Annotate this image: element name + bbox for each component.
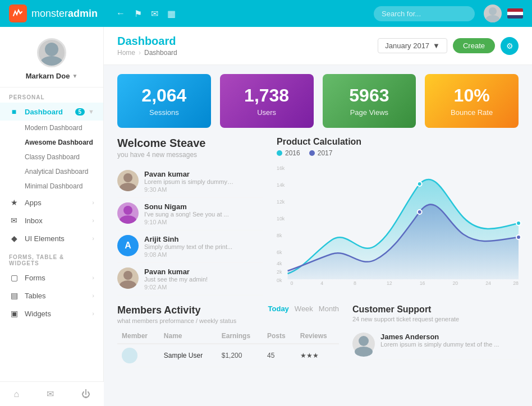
logo-icon [9, 4, 27, 22]
back-icon[interactable]: ← [116, 8, 125, 19]
svg-text:16k: 16k [277, 165, 285, 171]
filter-week[interactable]: Week [295, 304, 313, 313]
support-title: Customer Support [352, 304, 519, 315]
sidebar-user-section: Markarn Doe ▼ [0, 27, 103, 87]
dashboard-badge: 5 [75, 108, 85, 116]
svg-point-4 [123, 173, 132, 182]
svg-text:0: 0 [290, 280, 293, 286]
message-item[interactable]: Sonu Nigam I've sung a song! See you at … [117, 198, 263, 230]
svg-text:8: 8 [354, 280, 356, 286]
filter-month[interactable]: Month [319, 304, 339, 313]
legend-2016: 2016 [277, 149, 300, 157]
customer-support-panel: Customer Support 24 new support ticket r… [339, 304, 519, 367]
chart-point [418, 182, 422, 186]
user-avatar-top[interactable] [484, 4, 502, 22]
msg-text-2: I've sung a song! See you at ... [144, 211, 234, 218]
members-title: Members Activity [117, 304, 236, 316]
search-input[interactable] [374, 6, 475, 21]
svg-text:10k: 10k [277, 216, 285, 222]
ui-icon: ◆ [9, 234, 19, 243]
language-flag[interactable] [507, 8, 523, 19]
svg-point-9 [120, 280, 136, 289]
sidebar-item-awesome-dashboard[interactable]: Awesome Dashboard [0, 135, 103, 150]
main-layout: Markarn Doe ▼ PERSONAL ■ Dashboard 5 ▼ M… [0, 27, 532, 406]
sidebar-item-apps[interactable]: ★ Apps › [0, 193, 103, 211]
sidebar-item-minimal-dashboard[interactable]: Minimal Dashboard [0, 179, 103, 193]
sidebar-item-dashboard[interactable]: ■ Dashboard 5 ▼ [0, 103, 103, 121]
chevron-right-icon: › [92, 199, 94, 206]
msg-time-2: 9:10 AM [144, 219, 263, 225]
settings-button[interactable]: ⚙ [501, 37, 519, 55]
members-table: Member Name Earnings Posts Reviews Sampl… [117, 329, 339, 367]
top-navigation: monsteradmin ← ⚑ ✉ ▦ [0, 0, 532, 27]
support-content: James Anderson Lorem ipsum is simply dum… [380, 333, 519, 348]
msg-content-4: Pavan kumar Just see the my admin! 9:02 … [144, 267, 263, 290]
date-picker[interactable]: January 2017 ▼ [378, 38, 447, 53]
chevron-right-icon4: › [92, 274, 94, 281]
sidebar-item-widgets[interactable]: ▣ Widgets › [0, 304, 103, 322]
svg-point-3 [40, 56, 63, 67]
sidebar-item-analytical-dashboard[interactable]: Analytical Dashboard [0, 164, 103, 179]
flag-icon[interactable]: ⚑ [134, 8, 142, 19]
avatar [37, 38, 66, 67]
users-number: 1,738 [229, 85, 305, 106]
col-posts: Posts [263, 329, 296, 344]
logo-text: monsteradmin [31, 8, 98, 20]
sidebar-bottom-nav: ⌂ ✉ ⏻ [0, 381, 104, 406]
col-name: Name [159, 329, 217, 344]
user-name[interactable]: Markarn Doe ▼ [26, 72, 78, 80]
sidebar-nav-mail-icon[interactable]: ✉ [47, 389, 54, 399]
msg-time-1: 9:30 AM [144, 186, 263, 193]
msg-avatar-1 [117, 170, 139, 191]
msg-time-4: 9:02 AM [144, 284, 263, 290]
svg-text:0k: 0k [277, 278, 282, 283]
filter-today[interactable]: Today [268, 304, 289, 313]
svg-point-28 [355, 347, 373, 357]
table-row: Sample User $1,200 45 ★★★ [117, 344, 339, 367]
svg-text:2k: 2k [277, 269, 282, 275]
bottom-section: Members Activity what members preformanc… [104, 304, 532, 376]
sidebar-item-modern-dashboard[interactable]: Modern Dashboard [0, 121, 103, 135]
chart-point [418, 210, 422, 214]
message-item[interactable]: A Arijit Sinh Simply dummy text of the p… [117, 230, 263, 263]
svg-text:6k: 6k [277, 250, 282, 255]
support-item[interactable]: James Anderson Lorem ipsum is simply dum… [352, 328, 519, 360]
caret-icon: ▼ [72, 73, 77, 79]
svg-text:4: 4 [320, 280, 323, 286]
msg-content-3: Arijit Sinh Simply dummy text of the pri… [144, 235, 263, 258]
grid-icon[interactable]: ▦ [167, 8, 176, 19]
mail-icon[interactable]: ✉ [151, 8, 158, 19]
support-text: Lorem ipsum is simply dummy text of the … [380, 341, 519, 348]
stat-card-users: 1,738 Users [220, 74, 314, 128]
sidebar-section-personal: PERSONAL [0, 87, 103, 103]
chevron-right-icon2: › [92, 217, 94, 224]
breadcrumb-current: Dashboard [144, 49, 177, 57]
members-activity-panel: Members Activity what members preformanc… [117, 304, 339, 367]
legend-2017: 2017 [309, 149, 333, 157]
sidebar-item-ui-elements[interactable]: ◆ UI Elements › [0, 229, 103, 247]
sidebar-item-forms[interactable]: ▢ Forms › [0, 269, 103, 287]
sidebar-nav-home-icon[interactable]: ⌂ [13, 389, 19, 399]
sessions-label: Sessions [126, 108, 202, 117]
svg-text:28: 28 [513, 280, 519, 286]
sidebar-nav-power-icon[interactable]: ⏻ [81, 389, 90, 399]
chart-point [516, 235, 521, 239]
chart-container: 16k 14k 12k 10k 8k 6k 4k 2k 0k 0 4 8 12 [277, 162, 519, 285]
message-item[interactable]: Pavan kumar Just see the my admin! 9:02 … [117, 263, 263, 296]
msg-name-2: Sonu Nigam [144, 202, 263, 211]
svg-text:24: 24 [485, 280, 491, 286]
msg-name-4: Pavan kumar [144, 267, 263, 276]
msg-name-1: Pavan kumar [144, 170, 263, 178]
sidebar-item-tables[interactable]: ▤ Tables › [0, 287, 103, 304]
sidebar-item-classy-dashboard[interactable]: Classy Dashboard [0, 150, 103, 164]
col-reviews: Reviews [296, 329, 339, 344]
chart-title: Product Calculation [277, 137, 519, 147]
breadcrumb-home[interactable]: Home [117, 49, 135, 57]
breadcrumb-separator: › [139, 49, 141, 57]
create-button[interactable]: Create [453, 38, 495, 53]
sidebar-item-inbox[interactable]: ✉ Inbox › [0, 211, 103, 229]
page-title: Dashboard [117, 35, 177, 48]
apps-icon: ★ [9, 198, 19, 207]
message-item[interactable]: Pavan kumar Lorem ipsum is simply dummy … [117, 165, 263, 198]
members-title-area: Members Activity what members preformanc… [117, 304, 236, 324]
